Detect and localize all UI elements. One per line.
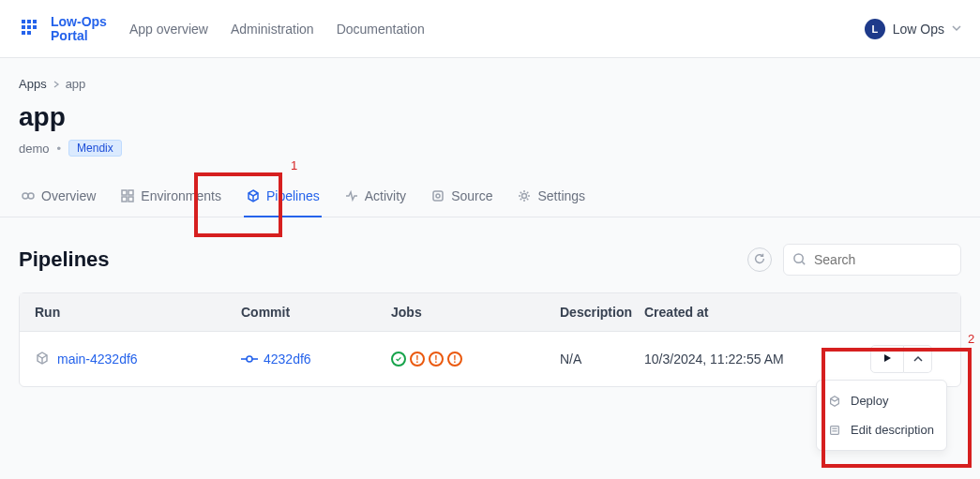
brand-line1: Low-Ops [51,15,107,29]
chevron-down-icon [952,23,961,35]
section-title: Pipelines [19,247,110,272]
svg-rect-3 [22,25,25,29]
nav-app-overview[interactable]: App overview [129,22,208,37]
tab-settings-label: Settings [537,188,585,203]
run-link: main-4232df6 [57,352,138,367]
pipelines-section: Pipelines Run Commit Jobs [19,244,961,387]
overview-icon [21,188,36,203]
tab-pipelines[interactable]: Pipelines [244,179,322,217]
user-name: Low Ops [893,22,944,37]
run-button[interactable] [870,345,904,373]
dropdown-edit-label: Edit description [851,423,934,437]
cell-commit[interactable]: 4232df6 [241,352,391,367]
svg-rect-2 [33,20,37,23]
tabs: Overview Environments Pipelines Activity… [0,179,980,217]
svg-point-16 [522,194,527,199]
th-run: Run [35,305,241,320]
search-wrap [783,244,961,276]
tab-source-label: Source [451,188,492,203]
svg-point-17 [794,254,803,262]
namespace-label: demo [19,142,50,156]
top-nav: App overview Administration Documentatio… [129,22,425,37]
activity-icon [344,188,359,203]
dropdown-edit-description[interactable]: Edit description [817,415,946,444]
job-status-warning-icon[interactable]: ! [410,352,425,367]
tab-environments[interactable]: Environments [118,179,223,217]
cell-run[interactable]: main-4232df6 [35,351,241,368]
brand[interactable]: Low-Ops Portal [19,15,107,42]
brand-logo-icon [19,17,43,41]
row-actions [870,345,945,373]
deploy-icon [828,395,843,408]
avatar: L [865,19,885,39]
search-icon [792,252,807,269]
svg-rect-10 [122,190,127,195]
th-commit: Commit [241,305,391,320]
svg-point-18 [247,356,252,362]
svg-rect-12 [122,197,127,202]
chevron-right-icon [53,77,60,91]
grid-icon [120,188,135,203]
cell-created: 10/3/2024, 11:22:55 AM [644,352,870,367]
refresh-button[interactable] [747,247,772,272]
nav-administration[interactable]: Administration [231,22,314,37]
cell-description: N/A [560,352,644,367]
svg-point-9 [28,193,34,199]
brand-line2: Portal [51,29,107,43]
brand-text: Low-Ops Portal [51,15,107,42]
svg-rect-21 [831,426,839,434]
chevron-up-icon [913,352,923,367]
separator-dot: • [57,142,62,156]
job-status-warning-icon[interactable]: ! [429,352,444,367]
commit-link: 4232df6 [264,352,311,367]
gear-icon [517,188,532,203]
breadcrumb-current: app [66,77,86,91]
topbar: Low-Ops Portal App overview Administrati… [0,0,980,58]
svg-rect-7 [27,31,31,35]
svg-rect-5 [33,25,37,29]
cube-icon [35,351,50,368]
pipelines-table: Run Commit Jobs Description Created at m… [19,292,961,387]
tab-source[interactable]: Source [429,179,494,217]
tab-overview-label: Overview [41,188,96,203]
svg-point-8 [23,193,28,199]
search-input[interactable] [783,244,961,276]
job-status-success-icon[interactable] [391,352,406,367]
svg-rect-1 [27,20,31,23]
user-menu[interactable]: L Low Ops [865,19,961,39]
tab-activity[interactable]: Activity [342,179,408,217]
play-icon [882,352,893,367]
row-menu-button[interactable] [904,345,932,373]
tab-settings[interactable]: Settings [515,179,587,217]
platform-tag: Mendix [68,140,122,157]
th-actions [870,305,945,320]
job-status-warning-icon[interactable]: ! [447,352,462,367]
breadcrumb-root[interactable]: Apps [19,77,47,91]
row-dropdown: Deploy Edit description [816,380,947,451]
th-jobs: Jobs [391,305,560,320]
svg-rect-13 [128,197,133,202]
cube-icon [246,188,261,203]
table-row: main-4232df6 4232df6 ! ! ! N/A [20,332,960,386]
refresh-icon [753,252,766,268]
tab-activity-label: Activity [365,188,406,203]
breadcrumb: Apps app [19,77,961,91]
page-title: app [19,102,961,132]
svg-rect-11 [128,190,133,195]
dropdown-deploy-label: Deploy [851,394,888,408]
cell-actions [870,345,945,373]
table-header: Run Commit Jobs Description Created at [20,293,960,332]
commit-icon [241,352,258,367]
tab-environments-label: Environments [141,188,221,203]
page-subline: demo • Mendix [19,140,961,157]
svg-rect-14 [433,191,443,201]
section-head: Pipelines [19,244,961,276]
nav-documentation[interactable]: Documentation [337,22,425,37]
dropdown-deploy[interactable]: Deploy [817,386,946,415]
svg-point-15 [436,194,440,198]
th-created: Created at [644,305,870,320]
svg-rect-0 [22,20,25,23]
page-body: Apps app app demo • Mendix Overview Envi… [0,58,980,387]
tab-overview[interactable]: Overview [19,179,98,217]
svg-rect-6 [22,31,25,35]
